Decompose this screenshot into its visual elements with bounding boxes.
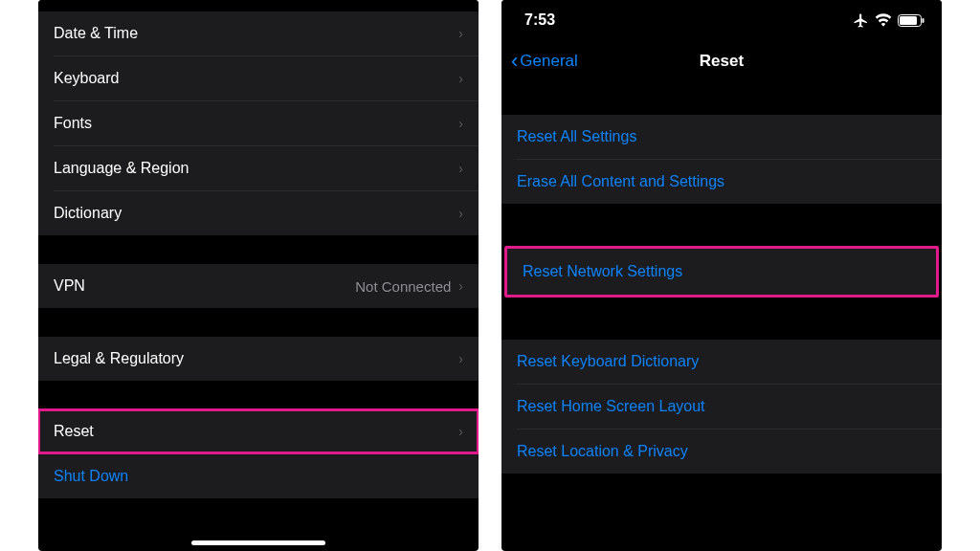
row-label: Reset Home Screen Layout bbox=[517, 398, 926, 415]
settings-group-vpn: VPN Not Connected › bbox=[38, 264, 479, 308]
phone-general-settings: Date & Time › Keyboard › Fonts › Languag… bbox=[38, 0, 479, 551]
row-erase-all[interactable]: Erase All Content and Settings bbox=[501, 160, 942, 204]
nav-bar: ‹ General Reset bbox=[501, 40, 942, 82]
row-label: Dictionary bbox=[54, 205, 458, 222]
reset-group-1: Reset All Settings Erase All Content and… bbox=[501, 115, 942, 204]
chevron-right-icon: › bbox=[458, 352, 463, 365]
chevron-right-icon: › bbox=[458, 279, 463, 293]
reset-network-highlight: Reset Network Settings bbox=[504, 246, 939, 298]
chevron-right-icon: › bbox=[458, 207, 463, 220]
row-label: Reset Network Settings bbox=[523, 263, 921, 280]
wifi-icon bbox=[875, 13, 892, 27]
row-label: Reset All Settings bbox=[517, 128, 926, 145]
chevron-right-icon: › bbox=[458, 72, 463, 85]
row-label: Erase All Content and Settings bbox=[517, 173, 926, 190]
row-keyboard[interactable]: Keyboard › bbox=[38, 56, 479, 100]
phone-reset-screen: 7:53 ‹ General Reset bbox=[501, 0, 942, 551]
row-reset-network[interactable]: Reset Network Settings bbox=[507, 249, 936, 295]
row-dictionary[interactable]: Dictionary › bbox=[38, 191, 479, 235]
row-vpn[interactable]: VPN Not Connected › bbox=[38, 264, 479, 308]
row-label: Keyboard bbox=[54, 70, 458, 87]
row-language-region[interactable]: Language & Region › bbox=[38, 146, 479, 190]
back-label: General bbox=[520, 52, 577, 71]
row-legal[interactable]: Legal & Regulatory › bbox=[38, 337, 479, 381]
reset-group-3: Reset Keyboard Dictionary Reset Home Scr… bbox=[501, 340, 942, 474]
chevron-right-icon: › bbox=[458, 117, 463, 130]
status-bar: 7:53 bbox=[501, 0, 942, 40]
airplane-icon bbox=[853, 12, 869, 29]
row-label: Shut Down bbox=[54, 468, 463, 485]
svg-rect-1 bbox=[900, 16, 917, 25]
row-label: VPN bbox=[54, 277, 355, 295]
home-indicator[interactable] bbox=[191, 540, 325, 545]
row-label: Legal & Regulatory bbox=[54, 350, 458, 367]
row-shutdown[interactable]: Shut Down bbox=[38, 454, 479, 498]
settings-group-1: Date & Time › Keyboard › Fonts › Languag… bbox=[38, 11, 479, 235]
row-label: Reset Keyboard Dictionary bbox=[517, 353, 926, 370]
row-label: Reset bbox=[54, 423, 458, 440]
row-label: Reset Location & Privacy bbox=[517, 443, 926, 460]
back-button[interactable]: ‹ General bbox=[511, 51, 578, 72]
row-date-time[interactable]: Date & Time › bbox=[38, 11, 479, 55]
battery-icon bbox=[898, 14, 924, 27]
row-reset-location-privacy[interactable]: Reset Location & Privacy bbox=[501, 430, 942, 474]
status-time: 7:53 bbox=[524, 11, 853, 29]
status-icons bbox=[853, 12, 924, 29]
row-label: Language & Region bbox=[54, 160, 458, 177]
row-reset-all[interactable]: Reset All Settings bbox=[501, 115, 942, 159]
row-reset[interactable]: Reset › bbox=[38, 409, 479, 453]
svg-rect-2 bbox=[923, 18, 924, 23]
row-value: Not Connected bbox=[355, 278, 451, 295]
settings-group-reset: Reset › Shut Down bbox=[38, 409, 479, 498]
chevron-right-icon: › bbox=[458, 162, 463, 175]
stage: Date & Time › Keyboard › Fonts › Languag… bbox=[0, 0, 980, 551]
chevron-right-icon: › bbox=[458, 425, 463, 438]
row-fonts[interactable]: Fonts › bbox=[38, 101, 479, 145]
chevron-right-icon: › bbox=[458, 27, 463, 40]
row-reset-keyboard-dict[interactable]: Reset Keyboard Dictionary bbox=[501, 340, 942, 384]
row-reset-home-layout[interactable]: Reset Home Screen Layout bbox=[501, 385, 942, 429]
settings-group-legal: Legal & Regulatory › bbox=[38, 337, 479, 381]
row-label: Date & Time bbox=[54, 25, 458, 42]
row-label: Fonts bbox=[54, 115, 458, 132]
chevron-left-icon: ‹ bbox=[511, 51, 518, 72]
